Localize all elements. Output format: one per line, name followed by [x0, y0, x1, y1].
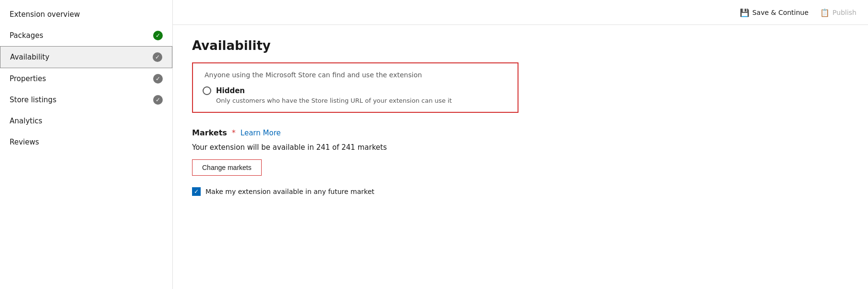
sidebar-check-packages [153, 31, 163, 40]
sidebar-check-extension-overview [153, 10, 163, 19]
sidebar-item-label: Store listings [10, 96, 153, 104]
sidebar-item-properties[interactable]: Properties [0, 68, 172, 89]
check-grey-icon [153, 95, 163, 105]
public-option-text: Anyone using the Microsoft Store can fin… [203, 71, 508, 79]
sidebar-item-analytics[interactable]: Analytics [0, 110, 172, 132]
check-green-icon [153, 31, 163, 40]
save-continue-label: Save & Continue [752, 9, 808, 16]
change-markets-button[interactable]: Change markets [192, 159, 262, 176]
publish-button[interactable]: Publish [820, 7, 856, 17]
sidebar-check-store-listings [153, 95, 163, 105]
sidebar-item-label: Properties [10, 74, 153, 83]
save-continue-button[interactable]: Save & Continue [740, 7, 808, 17]
sidebar-item-label: Analytics [10, 117, 153, 125]
content-area: Availability Anyone using the Microsoft … [173, 25, 868, 289]
hidden-option-label: Hidden [216, 86, 245, 95]
topbar: Save & Continue Publish [173, 0, 868, 25]
future-market-label: Make my extension available in any futur… [205, 188, 374, 195]
future-market-row: Make my extension available in any futur… [192, 187, 576, 196]
sidebar-item-extension-overview[interactable]: Extension overview [0, 4, 172, 25]
sidebar-item-availability[interactable]: Availability [0, 46, 172, 68]
hidden-option: Hidden Only customers who have the Store… [203, 86, 508, 104]
sidebar-check-analytics [153, 116, 163, 126]
sidebar-check-availability [153, 52, 162, 62]
sidebar-check-properties [153, 74, 163, 84]
required-star: * [232, 128, 236, 137]
sidebar-item-packages[interactable]: Packages [0, 25, 172, 46]
learn-more-link[interactable]: Learn More [241, 129, 281, 137]
sidebar-item-label: Reviews [10, 138, 153, 146]
hidden-radio-button[interactable] [203, 86, 211, 95]
markets-desc: Your extension will be available in 241 … [192, 143, 576, 152]
check-grey-icon [153, 74, 163, 84]
check-grey-icon [153, 52, 162, 62]
markets-title: Markets [192, 128, 227, 137]
sidebar-check-reviews [153, 137, 163, 147]
hidden-option-desc: Only customers who have the Store listin… [203, 97, 508, 104]
main-panel: Save & Continue Publish Availability Any… [173, 0, 868, 289]
markets-section: Markets * Learn More Your extension will… [192, 128, 576, 196]
sidebar-item-label: Availability [10, 53, 153, 61]
hidden-option-header: Hidden [203, 86, 508, 95]
future-market-checkbox[interactable] [192, 187, 201, 196]
publish-label: Publish [832, 9, 856, 16]
sidebar-item-label: Packages [10, 31, 153, 40]
availability-options-box: Anyone using the Microsoft Store can fin… [192, 62, 518, 113]
sidebar-item-reviews[interactable]: Reviews [0, 132, 172, 153]
page-title: Availability [192, 38, 849, 53]
publish-icon [820, 7, 830, 17]
markets-header: Markets * Learn More [192, 128, 576, 137]
sidebar-item-store-listings[interactable]: Store listings [0, 89, 172, 110]
sidebar-item-label: Extension overview [10, 10, 153, 19]
save-icon [740, 7, 749, 17]
sidebar: Extension overview Packages Availability… [0, 0, 173, 289]
